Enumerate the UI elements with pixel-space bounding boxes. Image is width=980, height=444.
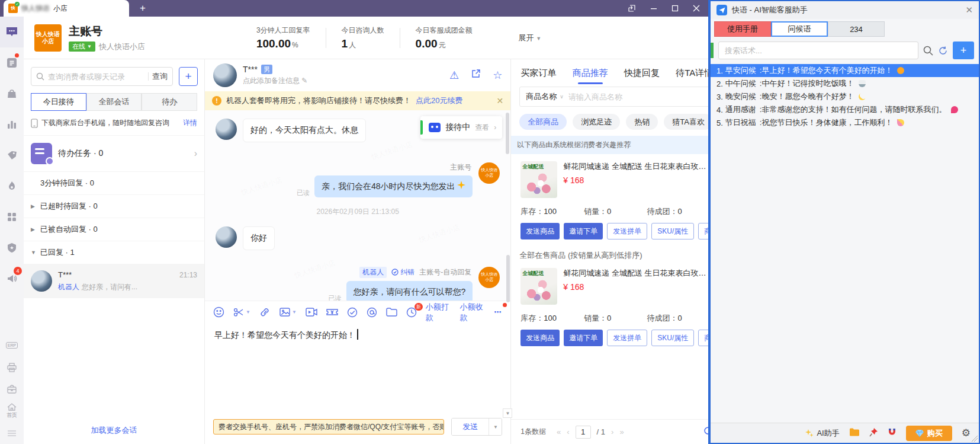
- coupon-icon[interactable]: [326, 308, 338, 317]
- tab-greetings[interactable]: 问候语: [771, 21, 828, 37]
- reception-view-link[interactable]: 查看: [475, 123, 489, 133]
- minimize-button[interactable]: [650, 5, 657, 12]
- folder-icon[interactable]: [386, 308, 397, 317]
- tab-quick-replies[interactable]: 快捷回复: [621, 59, 663, 87]
- close-icon[interactable]: ✕: [497, 96, 504, 106]
- tab-product-recommend[interactable]: 商品推荐: [569, 59, 612, 87]
- report-warning-icon[interactable]: ⚠: [449, 69, 459, 82]
- chip-guess-like[interactable]: 猜TA喜欢: [664, 114, 713, 130]
- rail-apps-grid-icon[interactable]: [0, 202, 24, 232]
- close-icon[interactable]: ✕: [965, 5, 973, 15]
- reception-status-card[interactable]: 接待中 查看 ›: [420, 116, 502, 139]
- prev-page-button[interactable]: ‹: [567, 427, 569, 436]
- conversation-item[interactable]: T*** 21:13 机器人您好亲，请问有...: [24, 264, 204, 298]
- close-button[interactable]: [693, 5, 700, 12]
- tab-buyer-orders[interactable]: 买家订单: [517, 59, 560, 87]
- ai-helper-button[interactable]: AI助手: [805, 428, 839, 439]
- resize-grip[interactable]: [972, 436, 978, 442]
- mention-icon[interactable]: [367, 307, 377, 318]
- chip-browse-history[interactable]: 浏览足迹: [573, 114, 620, 130]
- product-name-input[interactable]: [568, 92, 706, 101]
- add-note-link[interactable]: 点此添加备注信息 ✎: [243, 76, 307, 86]
- scrollbar-down-arrow[interactable]: ▼: [503, 408, 512, 418]
- conversation-search[interactable]: 查询: [31, 67, 173, 86]
- first-page-button[interactable]: «: [557, 427, 561, 436]
- tab-user-manual[interactable]: 使用手册: [714, 21, 771, 37]
- correct-button[interactable]: 纠错: [391, 267, 415, 277]
- group-overtime-pending[interactable]: ▶已超时待回复 · 0: [24, 195, 204, 218]
- renew-link[interactable]: 点此20元续费: [416, 95, 462, 106]
- check-circle-icon[interactable]: [347, 307, 358, 318]
- tab-count[interactable]: 234: [828, 21, 885, 37]
- send-group-button[interactable]: 发送拼单: [607, 223, 647, 239]
- popout-icon[interactable]: [628, 4, 636, 12]
- history-icon[interactable]: 新: [406, 307, 417, 318]
- new-tab-button[interactable]: +: [140, 2, 146, 14]
- phrase-item[interactable]: 1.早安问候:早上好！希望您今天有个美好的开始！: [711, 64, 979, 77]
- link-icon[interactable]: [259, 307, 271, 317]
- refresh-icon[interactable]: [938, 46, 948, 56]
- todo-tasks-row[interactable]: 待办任务 · 0 ›: [24, 136, 204, 172]
- next-page-button[interactable]: ›: [611, 427, 613, 436]
- rail-menu-icon[interactable]: [0, 422, 24, 444]
- magnet-icon[interactable]: [888, 427, 897, 439]
- phrase-item[interactable]: 2.中午问候:中午好！记得按时吃饭哦！: [711, 77, 979, 90]
- send-product-button[interactable]: 发送商品: [520, 223, 560, 239]
- transfer-icon[interactable]: [471, 69, 481, 82]
- expand-button[interactable]: 展开 ▼: [519, 33, 542, 43]
- phrase-item[interactable]: 3.晚安问候:晚安！愿您今晚有个好梦！: [711, 90, 979, 103]
- send-group-button[interactable]: 发送拼单: [607, 330, 647, 346]
- sku-attr-button[interactable]: SKU/属性: [651, 223, 694, 239]
- message-input[interactable]: 早上好！希望您今天有个美好的开始！: [205, 323, 510, 417]
- last-page-button[interactable]: »: [619, 427, 624, 436]
- folder-icon[interactable]: [849, 428, 860, 439]
- rail-hot-sale-icon[interactable]: [0, 171, 24, 202]
- load-more-link[interactable]: 加载更多会话: [24, 417, 204, 444]
- download-detail-link[interactable]: 详情: [183, 118, 197, 128]
- send-button[interactable]: 发送 ▼: [451, 418, 502, 436]
- invite-order-button[interactable]: 邀请下单: [564, 330, 603, 346]
- invite-order-button[interactable]: 邀请下单: [564, 223, 603, 239]
- group-replied[interactable]: ▼已回复 · 1: [24, 241, 204, 264]
- add-conversation-button[interactable]: +: [179, 67, 198, 86]
- small-collect-link[interactable]: 小额收款: [460, 302, 486, 323]
- chat-scrollbar[interactable]: [506, 113, 509, 154]
- group-auto-replied[interactable]: ▶已被自动回复 · 0: [24, 218, 204, 241]
- search-input[interactable]: [48, 72, 144, 81]
- search-icon[interactable]: [923, 46, 933, 56]
- emoji-icon[interactable]: [213, 306, 224, 318]
- rail-security-shield-icon[interactable]: [0, 232, 24, 263]
- rail-marketing-tag-icon[interactable]: [0, 140, 24, 171]
- filter-field-select[interactable]: 商品名称∨: [526, 91, 564, 102]
- rail-printer-icon[interactable]: [0, 356, 24, 378]
- pin-icon[interactable]: [869, 427, 878, 439]
- small-payment-link[interactable]: 小额打款: [426, 302, 452, 323]
- maximize-button[interactable]: [671, 5, 679, 12]
- app-tab[interactable]: 快✓ 快人快语 小店: [4, 0, 129, 17]
- phrase-search-input[interactable]: [718, 41, 918, 59]
- rail-home-icon[interactable]: 首页: [0, 400, 24, 422]
- quick-phrase-icon[interactable]: ▼: [233, 307, 250, 317]
- send-product-button[interactable]: 发送商品: [520, 330, 560, 346]
- tab-todo[interactable]: 待办: [142, 93, 197, 111]
- rail-toolbox-icon[interactable]: [0, 378, 24, 400]
- rail-shop-bag-icon[interactable]: [0, 78, 24, 109]
- online-status-badge[interactable]: 在线▼: [69, 41, 95, 52]
- gear-icon[interactable]: ⚙: [962, 427, 971, 439]
- tab-today-reception[interactable]: 今日接待: [31, 93, 86, 111]
- add-phrase-button[interactable]: +: [953, 41, 974, 59]
- rail-orders-icon[interactable]: [0, 47, 24, 78]
- current-page[interactable]: 1: [576, 426, 591, 439]
- chip-hot-sale[interactable]: 热销: [626, 114, 658, 130]
- rail-announcement-icon[interactable]: 4: [0, 263, 24, 294]
- more-tools-button[interactable]: ⋯: [494, 308, 502, 317]
- video-icon[interactable]: [306, 308, 317, 317]
- buy-button[interactable]: 购买: [906, 426, 952, 441]
- sku-attr-button[interactable]: SKU/属性: [651, 330, 694, 346]
- tab-all-conversations[interactable]: 全部会话: [86, 93, 142, 111]
- phrase-item[interactable]: 5.节日祝福:祝您节日快乐！身体健康，工作顺利！: [711, 116, 979, 129]
- rail-erp-icon[interactable]: ERP: [0, 334, 24, 356]
- search-submit-button[interactable]: 查询: [152, 71, 168, 82]
- star-icon[interactable]: ☆: [493, 69, 502, 82]
- chip-all-products[interactable]: 全部商品: [519, 114, 567, 130]
